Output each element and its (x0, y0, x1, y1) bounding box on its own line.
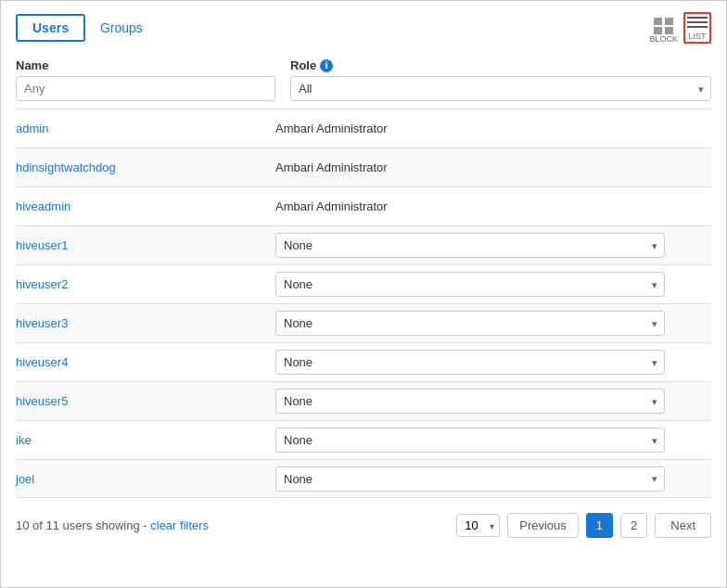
view-icons: BLOCK LIST (649, 12, 711, 44)
user-role-select-wrapper: NoneAmbari AdministratorCluster Operator… (275, 233, 665, 258)
svg-rect-4 (687, 17, 708, 19)
footer-info: 10 of 11 users showing - clear filters (16, 518, 209, 532)
user-role-cell: NoneAmbari AdministratorCluster Operator… (275, 305, 711, 341)
user-role-select[interactable]: NoneAmbari AdministratorCluster Operator… (275, 272, 665, 297)
user-name-link[interactable]: ike (16, 426, 275, 454)
role-filter-col: Role i All Ambari Administrator None ▾ (290, 58, 711, 101)
user-role-select-wrapper: NoneAmbari AdministratorCluster Operator… (275, 467, 665, 492)
name-search-input[interactable] (16, 76, 275, 101)
per-page-select-wrapper: 10 25 50 ▾ (456, 514, 500, 537)
user-name-link[interactable]: hiveuser4 (16, 348, 275, 377)
user-role-select[interactable]: NoneAmbari AdministratorCluster Operator… (275, 350, 665, 375)
table-row: hiveuser1NoneAmbari AdministratorCluster… (16, 225, 711, 264)
previous-button[interactable]: Previous (507, 513, 579, 538)
user-role-cell: NoneAmbari AdministratorCluster Operator… (275, 461, 711, 497)
table-row: hdinsightwatchdogAmbari Administrator (16, 147, 711, 186)
user-name-link[interactable]: joel (16, 465, 275, 493)
user-role-cell: NoneAmbari AdministratorCluster Operator… (275, 344, 711, 380)
user-name-link[interactable]: hiveuser5 (16, 387, 275, 415)
user-role-select[interactable]: NoneAmbari AdministratorCluster Operator… (275, 428, 665, 453)
filter-row: Name Role i All Ambari Administrator Non… (16, 58, 711, 101)
table-row: hiveuser3NoneAmbari AdministratorCluster… (16, 303, 711, 342)
svg-rect-6 (687, 26, 708, 28)
user-role-select[interactable]: NoneAmbari AdministratorCluster Operator… (275, 389, 665, 414)
svg-rect-3 (665, 27, 673, 34)
user-name-link[interactable]: admin (16, 114, 275, 143)
table-row: joelNoneAmbari AdministratorCluster Oper… (16, 459, 711, 498)
pagination: 10 25 50 ▾ Previous 1 2 Next (456, 513, 711, 538)
next-button[interactable]: Next (655, 513, 711, 538)
page-2-button[interactable]: 2 (620, 513, 647, 538)
svg-rect-2 (654, 27, 662, 34)
role-filter-select-wrapper: All Ambari Administrator None ▾ (290, 76, 711, 101)
name-filter-label: Name (16, 58, 275, 72)
svg-rect-1 (665, 18, 673, 25)
user-role-text: Ambari Administrator (275, 121, 388, 135)
tabs-row: Users Groups BLOCK LIST (16, 12, 711, 44)
user-role-cell: Ambari Administrator (275, 155, 711, 180)
user-role-cell: NoneAmbari AdministratorCluster Operator… (275, 383, 711, 419)
list-icon (687, 15, 708, 32)
role-info-icon[interactable]: i (320, 59, 333, 72)
block-label: BLOCK (649, 34, 678, 44)
user-role-cell: Ambari Administrator (275, 116, 711, 141)
user-role-text: Ambari Administrator (275, 160, 388, 174)
page-1-button[interactable]: 1 (586, 513, 613, 538)
user-name-link[interactable]: hiveuser2 (16, 270, 275, 299)
footer: 10 of 11 users showing - clear filters 1… (16, 513, 711, 538)
name-filter-col: Name (16, 58, 275, 101)
table-row: hiveuser2NoneAmbari AdministratorCluster… (16, 264, 711, 303)
block-icon (654, 18, 674, 34)
user-role-select-wrapper: NoneAmbari AdministratorCluster Operator… (275, 428, 665, 453)
role-filter-label: Role i (290, 58, 711, 72)
user-role-select-wrapper: NoneAmbari AdministratorCluster Operator… (275, 350, 665, 375)
table-row: hiveuser4NoneAmbari AdministratorCluster… (16, 342, 711, 381)
clear-filters-link[interactable]: clear filters (150, 518, 209, 532)
user-role-select[interactable]: NoneAmbari AdministratorCluster Operator… (275, 233, 665, 258)
user-role-select[interactable]: NoneAmbari AdministratorCluster Operator… (275, 467, 665, 492)
table-row: adminAmbari Administrator (16, 109, 711, 147)
table-row: hiveadminAmbari Administrator (16, 186, 711, 225)
list-view-button[interactable]: LIST (683, 12, 711, 44)
svg-rect-5 (687, 21, 708, 23)
list-label: LIST (688, 32, 706, 41)
user-name-link[interactable]: hiveuser3 (16, 309, 275, 338)
table-row: ikeNoneAmbari AdministratorCluster Opera… (16, 420, 711, 459)
block-view-button[interactable]: BLOCK (649, 18, 678, 44)
user-role-select[interactable]: NoneAmbari AdministratorCluster Operator… (275, 311, 665, 336)
user-role-select-wrapper: NoneAmbari AdministratorCluster Operator… (275, 272, 665, 297)
user-role-cell: NoneAmbari AdministratorCluster Operator… (275, 227, 711, 263)
tabs-left: Users Groups (16, 14, 143, 42)
user-name-link[interactable]: hiveuser1 (16, 231, 275, 260)
table-row: hiveuser5NoneAmbari AdministratorCluster… (16, 381, 711, 420)
per-page-select[interactable]: 10 25 50 (456, 514, 500, 537)
user-role-select-wrapper: NoneAmbari AdministratorCluster Operator… (275, 389, 665, 414)
user-role-select-wrapper: NoneAmbari AdministratorCluster Operator… (275, 311, 665, 336)
user-role-text: Ambari Administrator (275, 199, 388, 213)
role-filter-select[interactable]: All Ambari Administrator None (290, 76, 711, 101)
showing-text: 10 of 11 users showing - (16, 518, 150, 532)
user-name-link[interactable]: hiveadmin (16, 192, 275, 221)
tab-users[interactable]: Users (16, 14, 85, 42)
user-list: adminAmbari Administratorhdinsightwatchd… (16, 109, 711, 498)
svg-rect-0 (654, 18, 662, 25)
tab-groups[interactable]: Groups (100, 20, 143, 35)
user-name-link[interactable]: hdinsightwatchdog (16, 153, 275, 182)
user-role-cell: NoneAmbari AdministratorCluster Operator… (275, 422, 711, 458)
user-role-cell: NoneAmbari AdministratorCluster Operator… (275, 266, 711, 302)
user-role-cell: Ambari Administrator (275, 194, 711, 219)
